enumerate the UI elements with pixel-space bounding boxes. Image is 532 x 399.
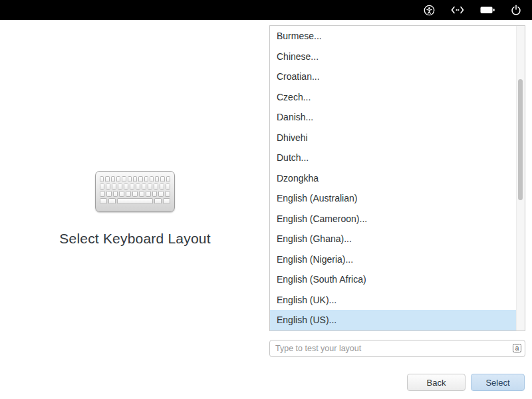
- select-button[interactable]: Select: [471, 374, 525, 391]
- list-item[interactable]: English (US)...: [270, 310, 525, 331]
- list-item[interactable]: Dhivehi: [270, 128, 525, 148]
- accessibility-icon[interactable]: [424, 5, 435, 16]
- list-item[interactable]: Burmese...: [270, 26, 525, 47]
- layout-list-panel: Burmese...Chinese...Croatian...Czech...D…: [269, 25, 525, 331]
- list-item[interactable]: Czech...: [270, 87, 525, 108]
- list-item[interactable]: English (UK)...: [270, 290, 525, 311]
- test-input-wrap: a: [269, 340, 525, 357]
- topbar: [0, 0, 532, 20]
- list-item[interactable]: Dzongkha: [270, 168, 525, 189]
- list-item[interactable]: English (Australian): [270, 188, 525, 209]
- test-input[interactable]: [269, 340, 525, 357]
- list-item[interactable]: Dutch...: [270, 148, 525, 168]
- list-item[interactable]: Danish...: [270, 107, 525, 128]
- network-icon[interactable]: [451, 6, 464, 14]
- scrollbar-thumb[interactable]: [518, 79, 523, 200]
- list-item[interactable]: Croatian...: [270, 66, 525, 87]
- battery-icon[interactable]: [480, 6, 495, 14]
- list-item[interactable]: Chinese...: [270, 47, 525, 67]
- back-button[interactable]: Back: [407, 374, 466, 391]
- layout-list: Burmese...Chinese...Croatian...Czech...D…: [270, 26, 525, 331]
- list-item[interactable]: English (Cameroon)...: [270, 209, 525, 229]
- list-item[interactable]: English (Ghana)...: [270, 229, 525, 249]
- keyboard-preview-icon[interactable]: a: [513, 344, 521, 352]
- list-item[interactable]: English (South Africa): [270, 269, 525, 290]
- scrollbar[interactable]: [516, 26, 525, 331]
- list-item[interactable]: English (Nigeria)...: [270, 249, 525, 270]
- keyboard-icon: [95, 171, 175, 212]
- power-icon[interactable]: [511, 5, 521, 15]
- page-title: Select Keyboard Layout: [0, 231, 270, 247]
